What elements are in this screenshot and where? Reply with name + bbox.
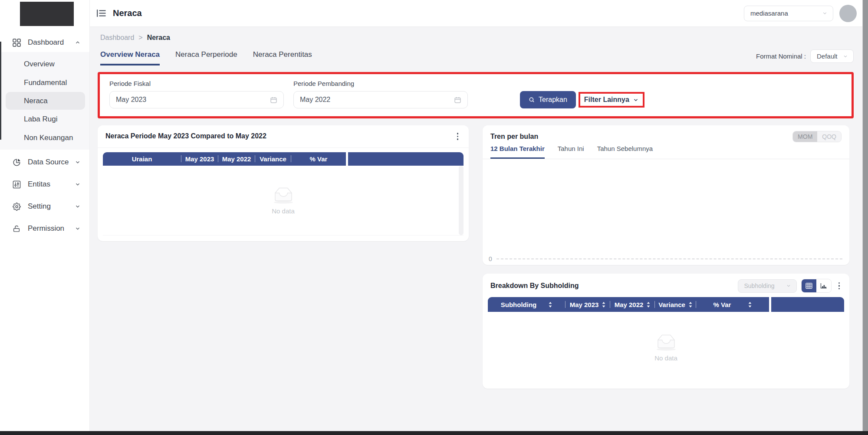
dashboard-grid-icon — [12, 38, 21, 47]
topbar-right: mediasarana — [744, 5, 857, 22]
toggle-qoq[interactable]: QOQ — [817, 131, 841, 142]
sidebar-item-label: Data Source — [28, 158, 75, 167]
main-area: Neraca mediasarana Dashboard > Neraca Ov… — [90, 0, 868, 435]
sidebar: Dashboard Overview Fundamental Neraca La… — [0, 0, 90, 435]
tenant-select[interactable]: mediasarana — [744, 6, 833, 21]
sidebar-item-setting[interactable]: Setting — [0, 197, 89, 216]
topbar: Neraca mediasarana — [90, 0, 868, 27]
column-header-may-2023[interactable]: May 2023 — [181, 152, 218, 166]
column-header-subholding[interactable]: Subholding — [488, 297, 565, 312]
apply-button-label: Terapkan — [539, 96, 567, 104]
card-breakdown-subholding: Breakdown By Subholding Subholding — [483, 274, 849, 389]
sidebar-item-laba-rugi[interactable]: Laba Rugi — [0, 110, 89, 128]
toggle-mom[interactable]: MOM — [793, 131, 817, 142]
sidebar-item-data-source[interactable]: Data Source — [0, 153, 89, 172]
column-header-variance[interactable]: Variance — [255, 152, 291, 166]
periode-pembanding-label: Periode Pembanding — [293, 80, 468, 87]
page-scrollbar[interactable] — [862, 0, 868, 435]
app-root: Dashboard Overview Fundamental Neraca La… — [0, 0, 868, 435]
column-label: May 2023 — [570, 301, 599, 308]
kebab-menu-icon[interactable] — [836, 281, 843, 291]
format-nominal-value: Default — [817, 52, 838, 60]
tab-tahun-sebelumnya[interactable]: Tahun Sebelumnya — [597, 145, 653, 159]
tab-overview-neraca[interactable]: Overview Neraca — [100, 50, 160, 65]
sort-icon — [549, 302, 552, 307]
column-header-uraian[interactable]: Uraian — [103, 152, 181, 166]
table-scrollbar[interactable] — [459, 166, 464, 235]
format-nominal: Format Nominal : Default — [756, 49, 854, 65]
bottom-edge-bar — [0, 431, 868, 435]
sidebar-item-label: Dashboard — [28, 38, 75, 47]
sliders-icon — [12, 180, 21, 189]
column-header-pct-var[interactable]: % Var — [291, 152, 346, 166]
trend-tabs: 12 Bulan Terakhir Tahun Ini Tahun Sebelu… — [483, 145, 849, 159]
subholding-select[interactable]: Subholding — [738, 279, 797, 293]
periode-fiskal-input[interactable]: May 2023 — [109, 91, 284, 108]
format-nominal-label: Format Nominal : — [756, 52, 806, 60]
chevron-down-icon — [822, 10, 828, 16]
more-filters-button[interactable]: Filter Lainnya — [579, 92, 644, 108]
chevron-down-icon — [75, 203, 81, 209]
kebab-menu-icon[interactable] — [454, 131, 461, 142]
breadcrumb: Dashboard > Neraca — [98, 34, 854, 42]
sidebar-item-label: Non Keuangan — [24, 134, 73, 142]
empty-box-icon — [652, 333, 680, 351]
zero-gridline — [496, 258, 842, 259]
periode-pembanding-field: Periode Pembanding May 2022 — [293, 80, 468, 108]
more-filters-label: Filter Lainnya — [584, 96, 629, 104]
trend-chart-area: 0 — [483, 159, 849, 265]
sidebar-item-fundamental[interactable]: Fundamental — [0, 73, 89, 92]
filter-actions: Terapkan Filter Lainnya — [520, 91, 644, 108]
sidebar-item-label: Setting — [28, 202, 75, 211]
sidebar-item-label: Laba Rugi — [24, 115, 58, 124]
calendar-icon — [454, 96, 461, 104]
column-header-may-2022[interactable]: May 2022 — [218, 152, 255, 166]
sidebar-item-permission[interactable]: Permission — [0, 219, 89, 238]
sidebar-item-label: Fundamental — [24, 78, 67, 87]
tab-12-bulan-terakhir[interactable]: 12 Bulan Terakhir — [490, 145, 545, 159]
table-view-icon[interactable] — [802, 279, 816, 292]
card-neraca-title: Neraca Periode May 2023 Compared to May … — [105, 132, 266, 140]
tab-neraca-perperiode[interactable]: Neraca Perperiode — [175, 50, 237, 65]
format-nominal-select[interactable]: Default — [810, 49, 854, 63]
sidebar-item-neraca[interactable]: Neraca — [6, 92, 85, 110]
user-avatar[interactable] — [839, 5, 857, 22]
card-breakdown-header: Breakdown By Subholding Subholding — [483, 274, 849, 297]
sidebar-item-entitas[interactable]: Entitas — [0, 175, 89, 194]
sidebar-item-dashboard[interactable]: Dashboard — [0, 33, 89, 52]
card-neraca-header: Neraca Periode May 2023 Compared to May … — [98, 125, 469, 148]
card-trend-title: Tren per bulan — [490, 133, 538, 141]
tab-neraca-perentitas[interactable]: Neraca Perentitas — [253, 50, 312, 65]
column-label: May 2022 — [615, 301, 644, 308]
breakdown-empty-state: No data — [488, 312, 844, 383]
right-column: Tren per bulan MOM QOQ 12 Bulan Terakhir… — [483, 125, 849, 389]
sort-icon — [689, 302, 692, 307]
sidebar-item-non-keuangan[interactable]: Non Keuangan — [0, 128, 89, 147]
breakdown-table: Subholding May 2023 May — [488, 297, 844, 312]
card-breakdown-title: Breakdown By Subholding — [490, 282, 579, 290]
periode-fiskal-label: Periode Fiskal — [109, 80, 284, 87]
sort-icon — [602, 302, 605, 307]
tab-tahun-ini[interactable]: Tahun Ini — [558, 145, 584, 159]
filter-bar: Periode Fiskal May 2023 Periode Pembandi… — [98, 72, 854, 118]
calendar-icon — [270, 96, 277, 104]
chevron-down-icon — [633, 97, 639, 103]
column-header-variance[interactable]: Variance — [655, 297, 696, 312]
chart-view-icon[interactable] — [816, 279, 831, 292]
sidebar-item-overview[interactable]: Overview — [0, 55, 89, 73]
card-trend-header: Tren per bulan MOM QOQ — [483, 125, 849, 145]
column-header-pct-var[interactable]: % Var — [696, 297, 769, 312]
page-tabs: Overview Neraca Neraca Perperiode Neraca… — [98, 49, 854, 65]
column-header-may-2022[interactable]: May 2022 — [610, 297, 654, 312]
page-title: Neraca — [113, 8, 142, 18]
view-toggle — [801, 279, 832, 293]
column-header-may-2023[interactable]: May 2023 — [566, 297, 610, 312]
apply-button[interactable]: Terapkan — [520, 91, 576, 108]
collapse-menu-icon[interactable] — [97, 9, 107, 18]
breadcrumb-dashboard[interactable]: Dashboard — [100, 34, 134, 42]
no-data-label: No data — [272, 207, 295, 215]
sidebar-scrollbar[interactable] — [0, 42, 1, 140]
breadcrumb-separator: > — [138, 34, 142, 42]
periode-pembanding-input[interactable]: May 2022 — [293, 91, 468, 108]
card-tren-per-bulan: Tren per bulan MOM QOQ 12 Bulan Terakhir… — [483, 125, 849, 265]
